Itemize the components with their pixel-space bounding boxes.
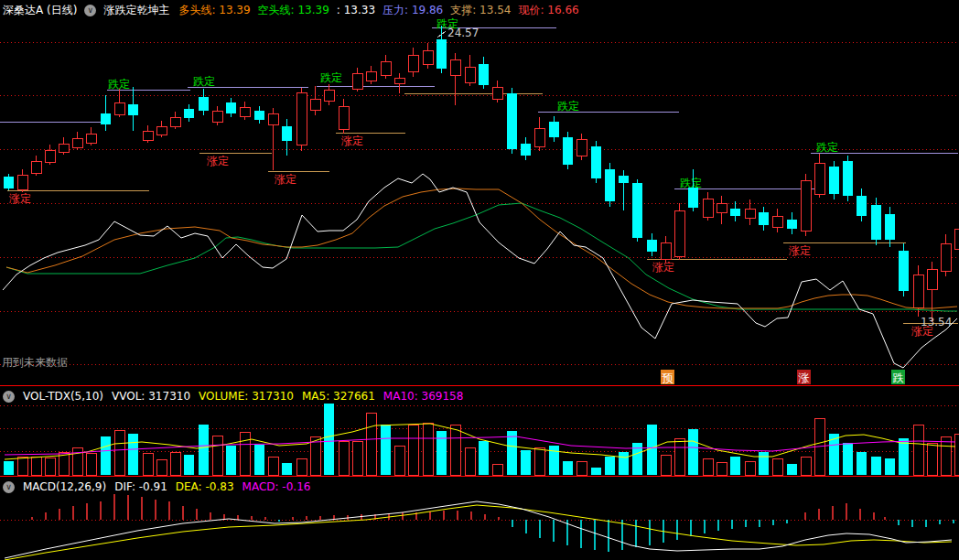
svg-text:涨定: 涨定 [206, 155, 229, 167]
vol-indicator-name: VOL-TDX(5,10) [23, 390, 103, 403]
macd-bars [32, 494, 954, 552]
signal-markers: 预涨跌 [661, 370, 905, 384]
svg-text:涨定: 涨定 [788, 244, 811, 257]
support-lines: 涨定涨定涨定涨定涨定涨定涨定 [7, 93, 958, 338]
main-candlesticks [4, 26, 959, 322]
svg-text:涨定: 涨定 [274, 173, 296, 186]
svg-text:涨定: 涨定 [340, 135, 363, 147]
svg-text:跌定: 跌定 [816, 141, 838, 154]
svg-text:跌定: 跌定 [193, 75, 215, 88]
macd-collapse-chevron-icon[interactable]: ∨ [3, 481, 15, 493]
volume-value: VOLUME: 317310 [199, 390, 294, 403]
chart-canvas: 跌定跌定跌定跌定跌定跌定跌定涨定涨定涨定涨定涨定涨定涨定24.5713.54预涨… [0, 0, 959, 560]
macd-value: MACD: -0.16 [242, 480, 311, 493]
svg-text:跌定: 跌定 [108, 78, 130, 91]
svg-text:24.57: 24.57 [447, 27, 479, 39]
signal-marker: 涨 [798, 372, 810, 384]
signal-marker: 预 [663, 372, 673, 384]
top-header: 深桑达A (日线) ∨ 涨跌定乾坤主 多头线: 13.39 空头线: 13.39… [0, 0, 959, 20]
svg-text:涨定: 涨定 [652, 261, 674, 274]
future-data-note: 用到未来数据 [2, 355, 68, 371]
svg-text:跌定: 跌定 [680, 177, 702, 189]
stock-title: 深桑达A (日线) [3, 3, 77, 18]
pressure-value: 压力: 19.86 [383, 3, 443, 18]
macd-lines [5, 501, 952, 560]
main-indicator-name: 涨跌定乾坤主 [103, 3, 169, 18]
svg-text:涨定: 涨定 [8, 192, 31, 205]
bear-line-value: 空头线: 13.39 [258, 3, 329, 18]
svg-text:跌定: 跌定 [557, 100, 579, 113]
svg-text:13.54: 13.54 [921, 316, 952, 328]
macd-indicator-name: MACD(12,26,9) [23, 480, 106, 493]
signal-marker: 跌 [893, 372, 904, 384]
bull-line-value: 多头线: 13.39 [178, 3, 250, 18]
vol-ma10-value: MA10: 369158 [383, 390, 464, 403]
volume-panel-header: ∨ VOL-TDX(5,10) VVOL: 317310 VOLUME: 317… [0, 388, 463, 404]
tdx-chart-window: 跌定跌定跌定跌定跌定跌定跌定涨定涨定涨定涨定涨定涨定涨定24.5713.54预涨… [0, 0, 959, 560]
dif-value: DIF: -0.91 [114, 480, 167, 493]
mid-line-value: : 13.33 [337, 4, 375, 16]
vol-collapse-chevron-icon[interactable]: ∨ [3, 391, 15, 403]
dea-value: DEA: -0.83 [176, 480, 234, 493]
collapse-chevron-icon[interactable]: ∨ [84, 5, 96, 16]
svg-text:跌定: 跌定 [320, 71, 342, 84]
vol-ma5-value: MA5: 327661 [302, 390, 375, 403]
support-value: 支撑: 13.54 [450, 3, 511, 18]
vvol-value: VVOL: 317310 [112, 390, 190, 403]
macd-panel-header: ∨ MACD(12,26,9) DIF: -0.91 DEA: -0.83 MA… [0, 479, 310, 495]
current-price-value: 现价: 16.66 [518, 3, 578, 18]
